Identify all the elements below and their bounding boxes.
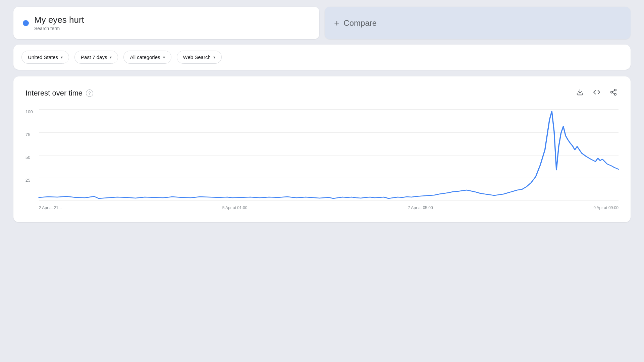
chart-svg — [39, 110, 619, 201]
chart-title-row: Interest over time ? — [25, 89, 93, 98]
category-filter[interactable]: All categories ▾ — [123, 51, 171, 64]
x-label-3: 7 Apr at 05:00 — [408, 205, 433, 210]
location-filter[interactable]: United States ▾ — [21, 51, 69, 64]
download-button[interactable] — [575, 87, 585, 99]
search-term-dot — [23, 20, 29, 26]
time-range-chevron-icon: ▾ — [110, 55, 112, 60]
svg-line-4 — [612, 93, 614, 94]
search-term-text: My eyes hurt Search term — [34, 15, 84, 31]
time-range-filter[interactable]: Past 7 days ▾ — [74, 51, 118, 64]
y-label-100: 100 — [25, 110, 33, 114]
location-chevron-icon: ▾ — [61, 55, 63, 60]
x-label-2: 5 Apr at 01:00 — [222, 205, 248, 210]
search-term-card: My eyes hurt Search term — [13, 7, 319, 39]
search-type-filter[interactable]: Web Search ▾ — [177, 51, 222, 64]
chart-inner — [39, 110, 619, 201]
x-axis-labels: 2 Apr at 21... 5 Apr at 01:00 7 Apr at 0… — [39, 205, 619, 210]
x-label-start: 2 Apr at 21... — [39, 205, 62, 210]
location-filter-label: United States — [28, 54, 58, 60]
y-label-75: 75 — [25, 132, 33, 137]
chart-title: Interest over time — [25, 89, 83, 98]
filters-card: United States ▾ Past 7 days ▾ All catego… — [13, 45, 631, 70]
y-label-25: 25 — [25, 178, 33, 182]
help-icon[interactable]: ? — [86, 89, 93, 97]
embed-button[interactable] — [592, 87, 602, 99]
search-type-chevron-icon: ▾ — [213, 55, 215, 60]
compare-plus-icon: + — [334, 18, 339, 28]
search-type-filter-label: Web Search — [183, 54, 211, 60]
category-chevron-icon: ▾ — [163, 55, 165, 60]
chart-area: 100 75 50 25 2 Apr at 21... — [25, 110, 619, 210]
chart-actions — [575, 87, 619, 99]
search-term-subtitle: Search term — [34, 26, 84, 31]
compare-label: Compare — [343, 18, 377, 28]
svg-line-5 — [612, 90, 614, 92]
category-filter-label: All categories — [130, 54, 160, 60]
compare-card[interactable]: + Compare — [325, 7, 631, 39]
share-button[interactable] — [608, 87, 619, 99]
search-term-title: My eyes hurt — [34, 15, 84, 25]
time-range-filter-label: Past 7 days — [81, 54, 107, 60]
y-label-50: 50 — [25, 155, 33, 160]
chart-card: Interest over time ? — [13, 76, 631, 222]
x-label-end: 9 Apr at 09:00 — [593, 205, 619, 210]
chart-header: Interest over time ? — [25, 87, 619, 99]
y-axis-labels: 100 75 50 25 — [25, 110, 33, 210]
